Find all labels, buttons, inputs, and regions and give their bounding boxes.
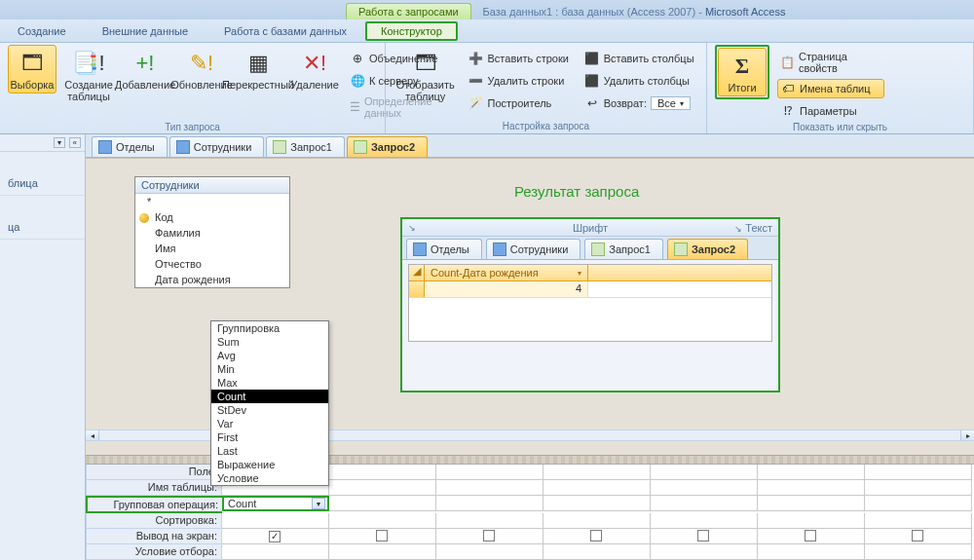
return-combo[interactable]: ↩ Возврат: Все ▾ xyxy=(581,93,698,113)
scroll-right-icon[interactable]: ▸ xyxy=(960,430,974,440)
opt-first[interactable]: First xyxy=(211,430,328,444)
result-datasheet[interactable]: ◢ Count-Дата рождения ▾ 4 xyxy=(408,264,772,342)
opt-min[interactable]: Min xyxy=(211,362,328,376)
context-tab[interactable]: Работа с запросами xyxy=(346,3,471,19)
opt-sum[interactable]: Sum xyxy=(211,335,328,349)
append-label: Добавление xyxy=(115,79,175,91)
cell-total-combo[interactable]: Count ▾ xyxy=(222,496,329,511)
append-button[interactable]: +! Добавление xyxy=(121,45,169,93)
tab-zapros1[interactable]: Запрос1 xyxy=(266,136,345,157)
nav-item-2[interactable]: ца xyxy=(0,215,85,240)
scroll-left-icon[interactable]: ◂ xyxy=(86,430,99,440)
opt-max[interactable]: Max xyxy=(211,376,328,390)
totals-button[interactable]: Σ Итоги xyxy=(718,48,767,96)
delete-button[interactable]: ✕! Удаление xyxy=(290,45,339,93)
group-setup-caption: Настройка запроса xyxy=(393,120,698,133)
field-imya[interactable]: Имя xyxy=(135,241,289,256)
tab-otdely[interactable]: Отделы xyxy=(92,136,168,157)
opt-where[interactable]: Условие xyxy=(211,471,328,485)
row-total: Групповая операция: xyxy=(86,496,222,513)
tab-design[interactable]: Конструктор xyxy=(365,21,458,41)
cell[interactable] xyxy=(651,465,758,480)
dropdown-icon[interactable]: ▾ xyxy=(54,137,65,148)
table-sotrudniki[interactable]: Сотрудники * Код Фамилия Имя Отчество Да… xyxy=(134,176,290,288)
checkbox[interactable] xyxy=(912,530,923,541)
chevron-down-icon[interactable]: ▾ xyxy=(578,269,581,278)
maketable-icon: 📑! xyxy=(73,48,104,79)
query-design-canvas[interactable]: Сотрудники * Код Фамилия Имя Отчество Да… xyxy=(86,158,974,560)
select-all-cell[interactable]: ◢ xyxy=(409,265,425,280)
dialog-launcher-icon[interactable]: ↘ xyxy=(408,223,416,233)
checkbox[interactable] xyxy=(376,530,388,541)
result-tabs: Отделы Сотрудники Запрос1 Запрос2 xyxy=(402,237,778,260)
crosstab-button[interactable]: ▦ Перекрестный xyxy=(234,45,282,93)
ribbon-tab-strip: Создание Внешние данные Работа с базами … xyxy=(0,19,974,43)
maketable-button[interactable]: 📑! Создание таблицы xyxy=(64,45,113,105)
title-bar: Работа с запросами База данных1 : база д… xyxy=(0,0,974,19)
update-button[interactable]: ✎! Обновление xyxy=(177,45,226,93)
cell[interactable] xyxy=(436,465,543,480)
opt-avg[interactable]: Avg xyxy=(211,349,328,362)
tab-zapros2[interactable]: Запрос2 xyxy=(347,136,428,157)
opt-group[interactable]: Группировка xyxy=(211,321,328,335)
table-icon xyxy=(98,140,112,154)
insert-cols-button[interactable]: ⬛ Вставить столбцы xyxy=(581,49,698,68)
builder-button[interactable]: 🪄 Построитель xyxy=(466,93,574,113)
field-otchestvo[interactable]: Отчество xyxy=(135,256,289,272)
select-query-button[interactable]: 🗔 Выборка xyxy=(8,45,56,93)
column-header[interactable]: Count-Дата рождения ▾ xyxy=(425,265,588,280)
field-data-rozhdeniya[interactable]: Дата рождения xyxy=(135,272,289,287)
cell[interactable] xyxy=(543,465,651,480)
aggregate-dropdown[interactable]: Группировка Sum Avg Min Max Count StDev … xyxy=(210,320,329,486)
union-icon: ⊕ xyxy=(350,51,365,66)
checkbox[interactable] xyxy=(483,530,495,541)
cell[interactable] xyxy=(758,465,865,480)
insert-rows-button[interactable]: ➕ Вставить строки xyxy=(466,49,574,68)
tab-external-data[interactable]: Внешние данные xyxy=(85,21,206,41)
rtab-zapros2[interactable]: Запрос2 xyxy=(667,239,748,259)
collapse-icon[interactable]: « xyxy=(69,137,81,148)
checkbox[interactable] xyxy=(590,530,602,541)
dialog-launcher-icon[interactable]: ↘ xyxy=(734,224,742,234)
tab-sotrudniki[interactable]: Сотрудники xyxy=(169,136,265,157)
query-icon xyxy=(354,140,367,154)
nav-pane[interactable]: ▾ « блица ца xyxy=(0,134,86,560)
table-icon xyxy=(493,243,506,256)
crosstab-label: Перекрестный xyxy=(222,79,294,91)
delete-cols-button[interactable]: ⬛ Удалить столбцы xyxy=(581,71,698,91)
cell[interactable] xyxy=(865,465,972,480)
opt-var[interactable]: Var xyxy=(211,417,328,430)
checkbox[interactable] xyxy=(805,530,816,541)
update-icon: ✎! xyxy=(186,48,217,79)
checkbox[interactable] xyxy=(697,530,709,541)
rtab-zapros1[interactable]: Запрос1 xyxy=(584,239,663,259)
opt-last[interactable]: Last xyxy=(211,444,328,458)
showtable-button[interactable]: 🗔 Отобразить таблицу xyxy=(393,45,458,105)
append-icon: +! xyxy=(130,48,161,79)
nav-item-1[interactable]: блица xyxy=(0,171,85,196)
field-kod[interactable]: Код xyxy=(135,209,289,225)
propsheet-button[interactable]: 📋 Страница свойств xyxy=(777,49,884,76)
parameters-button[interactable]: ⁉ Параметры xyxy=(777,101,884,121)
propsheet-icon: 📋 xyxy=(780,55,795,70)
opt-expr[interactable]: Выражение xyxy=(211,458,328,471)
datadef-icon: ☰ xyxy=(350,99,360,115)
delete-rows-button[interactable]: ➖ Удалить строки xyxy=(466,71,574,91)
rtab-otdely[interactable]: Отделы xyxy=(406,239,482,259)
opt-stdev[interactable]: StDev xyxy=(211,403,328,417)
return-icon: ↩ xyxy=(584,95,600,111)
data-cell[interactable]: 4 xyxy=(425,281,588,297)
row-selector[interactable] xyxy=(409,281,425,297)
field-familia[interactable]: Фамилия xyxy=(135,225,289,241)
cell-show-1[interactable]: ✓ xyxy=(222,529,329,544)
tablenames-button[interactable]: 🏷 Имена таблиц xyxy=(777,79,884,98)
server-icon: 🌐 xyxy=(350,73,365,89)
tab-create[interactable]: Создание xyxy=(0,21,85,41)
opt-count[interactable]: Count xyxy=(211,390,328,403)
checkbox-checked[interactable]: ✓ xyxy=(269,531,281,542)
rtab-sotrudniki[interactable]: Сотрудники xyxy=(486,239,581,259)
cell[interactable] xyxy=(329,465,436,480)
field-star[interactable]: * xyxy=(135,194,289,209)
tab-database-tools[interactable]: Работа с базами данных xyxy=(206,21,365,41)
chevron-down-icon[interactable]: ▾ xyxy=(312,498,325,509)
